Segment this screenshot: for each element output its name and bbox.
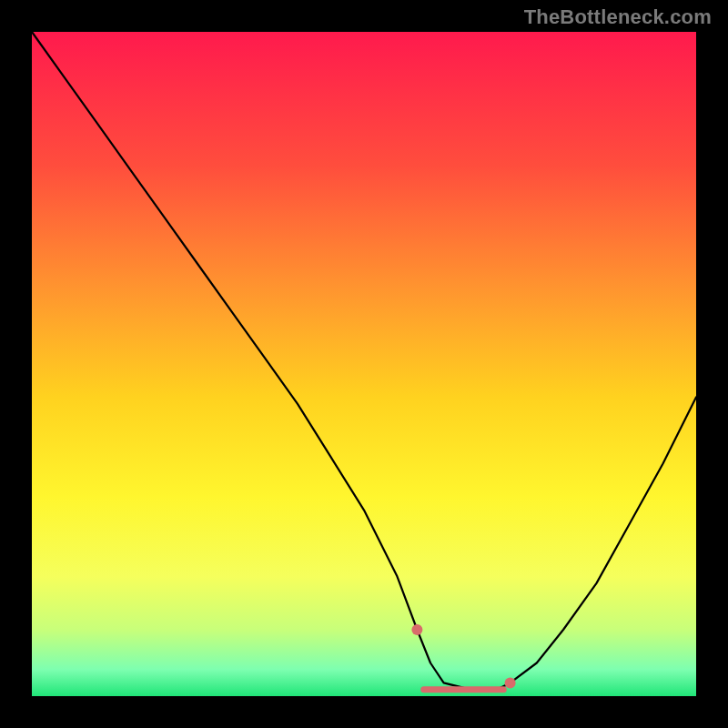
plot-background (32, 32, 696, 696)
bottleneck-chart (0, 0, 728, 728)
chart-frame: TheBottleneck.com (0, 0, 728, 728)
optimal-range-end-dot (505, 677, 516, 688)
optimal-range-start-dot (411, 624, 422, 635)
